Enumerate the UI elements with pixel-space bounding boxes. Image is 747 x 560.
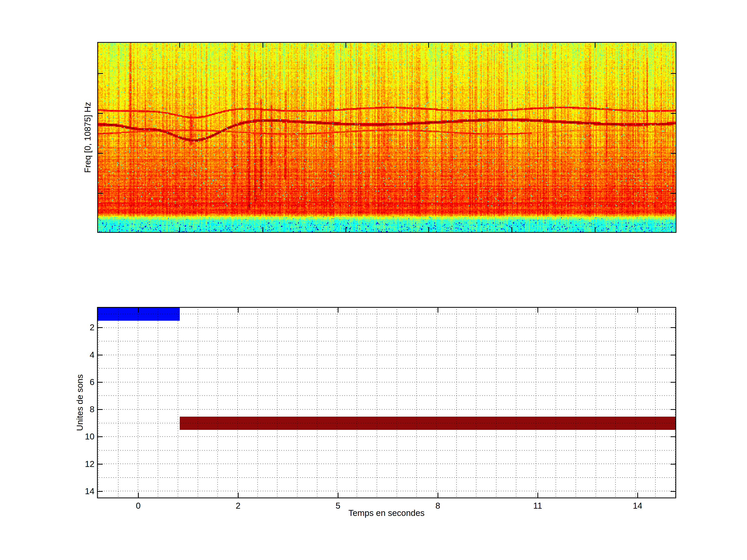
y-tick-label: 14 xyxy=(0,486,95,497)
units-axes-border xyxy=(97,307,676,498)
x-gridline xyxy=(556,307,556,498)
x-gridline xyxy=(456,307,457,498)
y-tick-left xyxy=(97,355,103,355)
x-tick-top xyxy=(179,42,180,48)
y-tick-left xyxy=(97,436,103,437)
units-xlabel: Temps en secondes xyxy=(348,508,424,518)
y-tick-right xyxy=(670,355,676,355)
x-tick-top xyxy=(138,307,139,313)
x-gridline xyxy=(277,307,278,498)
x-gridline xyxy=(595,307,596,498)
y-gridline xyxy=(97,368,676,369)
y-tick-left xyxy=(97,491,103,492)
x-gridline xyxy=(436,307,437,498)
y-tick-right xyxy=(670,436,676,437)
x-tick-bottom xyxy=(595,227,595,233)
x-gridline xyxy=(138,307,138,498)
y-tick-left xyxy=(97,382,103,383)
y-gridline xyxy=(97,491,676,491)
y-tick-right xyxy=(670,327,676,328)
y-tick-right xyxy=(671,153,676,154)
y-tick-right xyxy=(671,193,676,194)
x-gridline xyxy=(655,307,656,498)
x-tick-top xyxy=(428,42,429,48)
x-gridline xyxy=(198,307,198,498)
y-tick-label: 10 xyxy=(0,431,95,442)
y-tick-right xyxy=(670,491,676,492)
y-gridline xyxy=(97,436,676,437)
x-gridline xyxy=(416,307,417,498)
x-tick-top xyxy=(238,307,239,313)
y-gridline xyxy=(97,314,676,314)
y-tick-left xyxy=(97,409,103,410)
matlab-figure: Freq [0, 10875] Hz Unites de sons Temps … xyxy=(0,0,747,560)
x-tick-top xyxy=(637,307,638,313)
x-tick-top xyxy=(595,42,595,48)
y-tick-left xyxy=(97,153,103,154)
x-tick-bottom xyxy=(512,227,512,233)
x-tick-top xyxy=(262,42,263,48)
x-gridline xyxy=(98,307,99,498)
y-tick-right xyxy=(670,382,676,383)
x-gridline xyxy=(396,307,397,498)
x-gridline xyxy=(118,307,119,498)
x-tick-label: 2 xyxy=(220,501,256,511)
x-tick-bottom xyxy=(428,227,429,233)
y-tick-right xyxy=(671,113,676,114)
y-tick-label: 6 xyxy=(0,377,95,387)
y-gridline xyxy=(97,341,676,342)
x-tick-bottom xyxy=(262,227,263,233)
y-tick-left xyxy=(97,327,103,328)
x-gridline xyxy=(496,307,496,498)
y-gridline xyxy=(97,423,676,423)
x-tick-bottom xyxy=(438,492,438,498)
y-tick-label: 2 xyxy=(0,322,95,332)
y-tick-left xyxy=(97,193,103,194)
y-gridline xyxy=(97,382,676,382)
x-tick-top xyxy=(537,307,538,313)
x-gridline xyxy=(178,307,178,498)
x-gridline xyxy=(615,307,616,498)
spectrogram-ylabel: Freq [0, 10875] Hz xyxy=(83,102,93,173)
x-gridline xyxy=(536,307,536,498)
y-gridline xyxy=(97,463,676,464)
x-tick-top xyxy=(345,42,346,48)
y-tick-right xyxy=(671,73,676,74)
y-tick-left xyxy=(97,464,103,464)
x-gridline xyxy=(217,307,218,498)
x-tick-top xyxy=(438,307,438,313)
y-tick-right xyxy=(670,409,676,410)
x-tick-top xyxy=(512,42,512,48)
x-gridline xyxy=(635,307,636,498)
x-tick-label: 11 xyxy=(519,501,556,511)
y-gridline xyxy=(97,477,676,478)
y-gridline xyxy=(97,355,676,355)
y-tick-label: 4 xyxy=(0,350,95,360)
x-gridline xyxy=(377,307,377,498)
x-tick-label: 8 xyxy=(420,501,456,511)
x-tick-top xyxy=(338,307,338,313)
x-tick-label: 0 xyxy=(120,501,156,511)
x-gridline xyxy=(357,307,357,498)
y-tick-right xyxy=(670,464,676,464)
x-tick-label: 14 xyxy=(619,501,656,511)
x-tick-bottom xyxy=(345,227,346,233)
x-tick-bottom xyxy=(338,492,338,498)
x-gridline xyxy=(317,307,317,498)
x-tick-bottom xyxy=(179,227,180,233)
x-gridline xyxy=(257,307,258,498)
x-tick-bottom xyxy=(637,492,638,498)
x-gridline xyxy=(675,307,675,498)
x-tick-bottom xyxy=(238,492,239,498)
x-gridline xyxy=(237,307,238,498)
y-tick-label: 8 xyxy=(0,404,95,415)
y-tick-left xyxy=(97,113,103,114)
x-gridline xyxy=(297,307,298,498)
x-gridline xyxy=(516,307,516,498)
x-tick-bottom xyxy=(537,492,538,498)
spectrogram-canvas xyxy=(97,42,676,233)
x-tick-bottom xyxy=(138,492,139,498)
y-gridline xyxy=(97,450,676,451)
x-gridline xyxy=(337,307,337,498)
y-gridline xyxy=(97,395,676,396)
